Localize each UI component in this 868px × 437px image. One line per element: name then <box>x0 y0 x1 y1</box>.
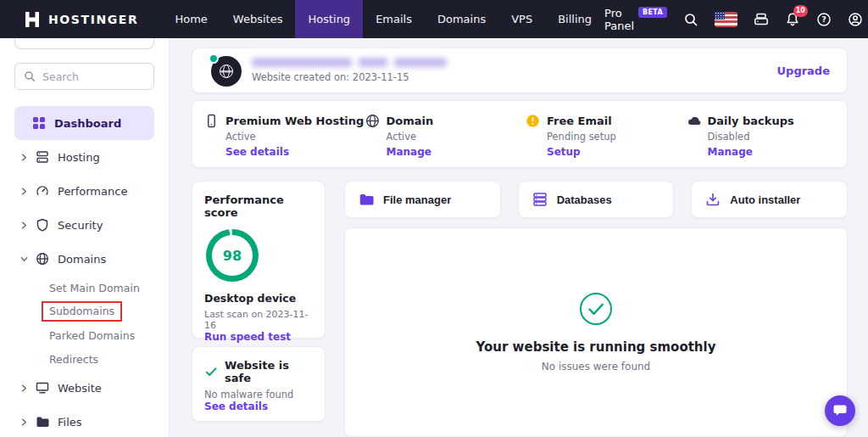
sidebar-subitem-redirects[interactable]: Redirects <box>0 347 169 371</box>
website-selector-partial[interactable] <box>14 38 154 49</box>
beta-badge: BETA <box>638 7 667 18</box>
brand-name: HOSTINGER <box>48 13 138 26</box>
search-icon[interactable] <box>683 12 698 27</box>
search-input[interactable] <box>42 70 145 83</box>
sidebar-search <box>14 63 154 90</box>
globe-icon <box>365 114 380 128</box>
service-title: Premium Web Hosting <box>225 115 364 127</box>
performance-last-scan: Last scan on 2023-11-16 <box>204 309 313 331</box>
globe-icon <box>36 252 49 266</box>
service-title: Free Email <box>547 115 612 127</box>
sidebar-item-label: Performance <box>58 185 127 198</box>
website-status-title: Your website is running smoothly <box>476 339 716 355</box>
svg-text:?: ? <box>821 15 826 24</box>
sidebar-item-label: Hosting <box>58 151 100 164</box>
sidebar-item-label: Security <box>58 219 103 232</box>
upgrade-link[interactable]: Upgrade <box>777 64 830 77</box>
run-speed-test-link[interactable]: Run speed test <box>204 331 313 343</box>
svg-text:WWW: WWW <box>221 70 231 74</box>
help-icon[interactable]: ? <box>816 12 832 27</box>
sidebar-item-hosting[interactable]: Hosting <box>0 140 169 174</box>
service-daily-backups: Daily backups Disabled Manage <box>687 114 848 167</box>
check-circle-icon <box>579 292 613 326</box>
sidebar-item-label: Dashboard <box>54 117 121 130</box>
hostinger-logo[interactable]: HOSTINGER <box>0 0 162 38</box>
site-header-card: WWW Website created on: 2023-11-15 Upgra… <box>192 48 848 93</box>
service-domain: Domain Active Manage <box>365 114 526 167</box>
action-label: File manager <box>383 193 451 206</box>
nav-home[interactable]: Home <box>162 0 220 38</box>
service-title: Daily backups <box>708 115 794 127</box>
chevron-down-icon <box>20 255 28 263</box>
see-details-link[interactable]: See details <box>204 401 313 412</box>
website-safety-card: Website is safe No malware found See det… <box>192 346 326 422</box>
sidebar-item-performance[interactable]: Performance <box>0 174 169 208</box>
sidebar-item-label: Domains <box>58 253 106 266</box>
sidebar-item-security[interactable]: Security <box>0 208 169 242</box>
service-premium-hosting: Premium Web Hosting Active See details <box>204 114 365 167</box>
printer-icon[interactable] <box>754 12 769 27</box>
manage-link[interactable]: Manage <box>387 146 431 158</box>
nav-vps[interactable]: VPS <box>498 0 545 38</box>
manage-link[interactable]: Manage <box>708 146 753 158</box>
notification-count-badge: 10 <box>793 5 808 17</box>
nav-billing[interactable]: Billing <box>545 0 604 38</box>
left-column: Performance score 98 Desktop device Last… <box>192 181 326 437</box>
performance-title: Performance score <box>204 193 313 219</box>
sidebar-item-website[interactable]: Website <box>0 371 169 405</box>
sidebar-item-dashboard[interactable]: Dashboard <box>14 106 154 140</box>
search-icon <box>24 70 36 82</box>
services-overview-card: Premium Web Hosting Active See details D… <box>192 100 848 168</box>
chat-bubble-icon <box>832 402 849 419</box>
main-content: WWW Website created on: 2023-11-15 Upgra… <box>170 38 868 437</box>
subitem-label: Set Main Domain <box>49 282 140 294</box>
database-icon <box>532 192 548 207</box>
server-icon <box>36 150 49 164</box>
website-created-date: Website created on: 2023-11-15 <box>252 71 447 83</box>
chevron-right-icon <box>20 154 28 161</box>
nav-hosting[interactable]: Hosting <box>295 0 363 38</box>
auto-installer-button[interactable]: Auto installer <box>691 181 848 218</box>
sidebar-nav: Dashboard Hosting <box>0 106 169 437</box>
nav-domains[interactable]: Domains <box>425 0 498 38</box>
action-label: Auto installer <box>730 193 800 206</box>
mobile-icon <box>204 114 219 128</box>
see-details-link[interactable]: See details <box>225 146 289 158</box>
gauge-icon <box>36 184 49 198</box>
chevron-right-icon <box>20 221 28 229</box>
service-status: Active <box>387 131 526 143</box>
website-domain-redacted <box>252 58 447 67</box>
dashboard-grid-icon <box>32 116 46 130</box>
sidebar-item-files[interactable]: Files <box>0 405 169 437</box>
app-shell: Dashboard Hosting <box>0 38 868 437</box>
sidebar: Dashboard Hosting <box>0 38 170 437</box>
pro-panel-link[interactable]: Pro Panel BETA <box>604 7 667 32</box>
databases-button[interactable]: Databases <box>518 181 675 218</box>
site-meta: Website created on: 2023-11-15 <box>252 58 447 83</box>
setup-link[interactable]: Setup <box>547 146 581 158</box>
subitem-label: Redirects <box>49 353 98 366</box>
right-column: File manager Databases A <box>344 181 848 437</box>
service-status: Disabled <box>708 131 848 143</box>
file-manager-button[interactable]: File manager <box>344 181 501 218</box>
language-flag-icon[interactable] <box>715 12 737 27</box>
annotation-highlight-box: Subdomains <box>42 301 122 322</box>
download-icon <box>705 192 721 207</box>
live-chat-button[interactable] <box>825 395 855 426</box>
nav-websites[interactable]: Websites <box>220 0 296 38</box>
quick-actions-row: File manager Databases A <box>344 181 848 218</box>
profile-avatar-icon[interactable] <box>848 12 863 27</box>
notifications-bell[interactable]: 10 <box>785 12 800 27</box>
sidebar-subitem-subdomains[interactable]: Subdomains <box>0 300 169 323</box>
monitor-icon <box>36 381 49 395</box>
hostinger-logo-icon <box>24 11 41 28</box>
sidebar-item-domains[interactable]: Domains <box>0 242 169 276</box>
pro-panel-label: Pro Panel <box>604 7 634 32</box>
performance-score-value: 98 <box>223 248 242 264</box>
sidebar-subitem-parked-domains[interactable]: Parked Domains <box>0 323 169 347</box>
chevron-right-icon <box>20 188 28 195</box>
sidebar-subitem-set-main-domain[interactable]: Set Main Domain <box>0 276 169 300</box>
folder-icon <box>359 192 374 207</box>
top-bar: HOSTINGER Home Websites Hosting Emails D… <box>0 0 868 38</box>
nav-emails[interactable]: Emails <box>363 0 425 38</box>
